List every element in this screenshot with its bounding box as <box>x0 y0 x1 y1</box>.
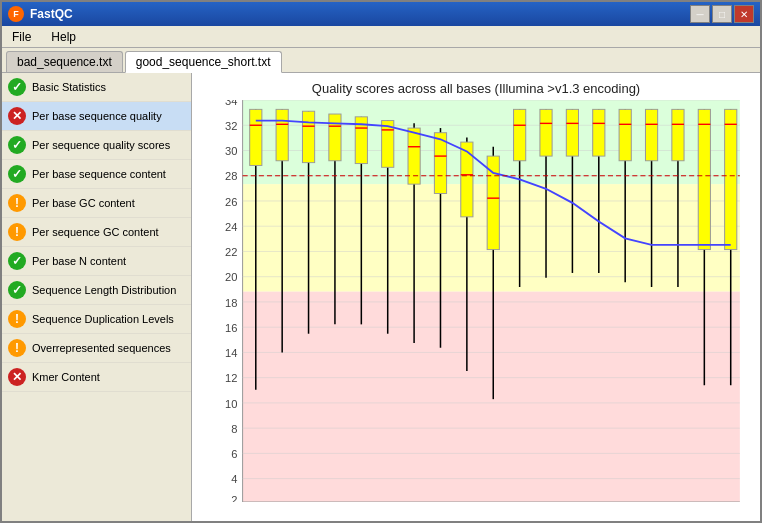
svg-rect-111 <box>698 109 710 249</box>
svg-text:26: 26 <box>225 196 237 207</box>
svg-rect-81 <box>302 111 314 162</box>
sidebar-label: Per base N content <box>32 255 126 267</box>
svg-rect-79 <box>276 109 288 160</box>
status-icon-fail: ✕ <box>8 107 26 125</box>
svg-text:10: 10 <box>225 398 237 409</box>
svg-rect-113 <box>725 109 737 249</box>
tab-bad-sequence[interactable]: bad_sequence.txt <box>6 51 123 72</box>
close-button[interactable]: ✕ <box>734 5 754 23</box>
svg-rect-105 <box>619 109 631 160</box>
svg-text:2: 2 <box>231 494 237 502</box>
minimize-button[interactable]: ─ <box>690 5 710 23</box>
svg-rect-109 <box>672 109 684 160</box>
menu-file[interactable]: File <box>6 28 37 46</box>
svg-text:28: 28 <box>225 171 237 182</box>
chart-title: Quality scores across all bases (Illumin… <box>202 81 750 96</box>
menu-bar: File Help <box>2 26 760 48</box>
sidebar-item-per-base-n[interactable]: ✓ Per base N content <box>2 247 191 276</box>
svg-rect-107 <box>645 109 657 160</box>
svg-rect-103 <box>593 109 605 156</box>
status-icon-warn: ! <box>8 310 26 328</box>
svg-rect-97 <box>514 109 526 160</box>
main-content: ✓ Basic Statistics ✕ Per base sequence q… <box>2 73 760 521</box>
svg-text:4: 4 <box>231 474 237 485</box>
svg-text:8: 8 <box>231 423 237 434</box>
svg-rect-93 <box>461 142 473 217</box>
sidebar-label: Kmer Content <box>32 371 100 383</box>
sidebar-item-per-base-quality[interactable]: ✕ Per base sequence quality <box>2 102 191 131</box>
sidebar: ✓ Basic Statistics ✕ Per base sequence q… <box>2 73 192 521</box>
sidebar-label: Overrepresented sequences <box>32 342 171 354</box>
svg-text:34: 34 <box>225 100 237 107</box>
sidebar-label: Per sequence quality scores <box>32 139 170 151</box>
sidebar-label: Per base sequence content <box>32 168 166 180</box>
status-icon-pass: ✓ <box>8 136 26 154</box>
sidebar-label: Basic Statistics <box>32 81 106 93</box>
status-icon-pass: ✓ <box>8 281 26 299</box>
status-icon-warn: ! <box>8 194 26 212</box>
svg-text:6: 6 <box>231 448 237 459</box>
svg-text:30: 30 <box>225 146 237 157</box>
svg-rect-101 <box>566 109 578 156</box>
maximize-button[interactable]: □ <box>712 5 732 23</box>
sidebar-item-kmer[interactable]: ✕ Kmer Content <box>2 363 191 392</box>
sidebar-item-seq-dup[interactable]: ! Sequence Duplication Levels <box>2 305 191 334</box>
chart-area: Quality scores across all bases (Illumin… <box>192 73 760 521</box>
sidebar-label: Per base GC content <box>32 197 135 209</box>
sidebar-label: Per sequence GC content <box>32 226 159 238</box>
chart-container: 34 32 30 28 26 24 22 20 <box>202 100 750 502</box>
svg-text:22: 22 <box>225 247 237 258</box>
title-bar: F FastQC ─ □ ✕ <box>2 2 760 26</box>
sidebar-item-basic-statistics[interactable]: ✓ Basic Statistics <box>2 73 191 102</box>
sidebar-item-per-seq-quality[interactable]: ✓ Per sequence quality scores <box>2 131 191 160</box>
sidebar-item-overrep[interactable]: ! Overrepresented sequences <box>2 334 191 363</box>
app-title: FastQC <box>30 7 73 21</box>
svg-text:18: 18 <box>225 297 237 308</box>
title-controls: ─ □ ✕ <box>690 5 754 23</box>
status-icon-warn: ! <box>8 223 26 241</box>
sidebar-item-seq-length[interactable]: ✓ Sequence Length Distribution <box>2 276 191 305</box>
sidebar-item-per-base-gc[interactable]: ! Per base GC content <box>2 189 191 218</box>
svg-text:12: 12 <box>225 373 237 384</box>
status-icon-fail: ✕ <box>8 368 26 386</box>
main-window: F FastQC ─ □ ✕ File Help bad_sequence.tx… <box>0 0 762 523</box>
app-icon: F <box>8 6 24 22</box>
menu-help[interactable]: Help <box>45 28 82 46</box>
sidebar-label: Per base sequence quality <box>32 110 162 122</box>
status-icon-pass: ✓ <box>8 252 26 270</box>
svg-rect-83 <box>329 114 341 161</box>
svg-rect-99 <box>540 109 552 156</box>
svg-text:32: 32 <box>225 120 237 131</box>
svg-text:16: 16 <box>225 322 237 333</box>
tab-good-sequence[interactable]: good_sequence_short.txt <box>125 51 282 73</box>
svg-text:20: 20 <box>225 272 237 283</box>
sidebar-label: Sequence Duplication Levels <box>32 313 174 325</box>
svg-rect-2 <box>243 292 740 502</box>
sidebar-item-per-base-content[interactable]: ✓ Per base sequence content <box>2 160 191 189</box>
status-icon-pass: ✓ <box>8 78 26 96</box>
tabs-bar: bad_sequence.txt good_sequence_short.txt <box>2 48 760 73</box>
status-icon-warn: ! <box>8 339 26 357</box>
svg-rect-77 <box>250 109 262 165</box>
quality-chart: 34 32 30 28 26 24 22 20 <box>202 100 750 502</box>
svg-text:14: 14 <box>225 348 237 359</box>
svg-text:24: 24 <box>225 221 237 232</box>
sidebar-label: Sequence Length Distribution <box>32 284 176 296</box>
status-icon-pass: ✓ <box>8 165 26 183</box>
title-bar-left: F FastQC <box>8 6 73 22</box>
sidebar-item-per-seq-gc[interactable]: ! Per sequence GC content <box>2 218 191 247</box>
